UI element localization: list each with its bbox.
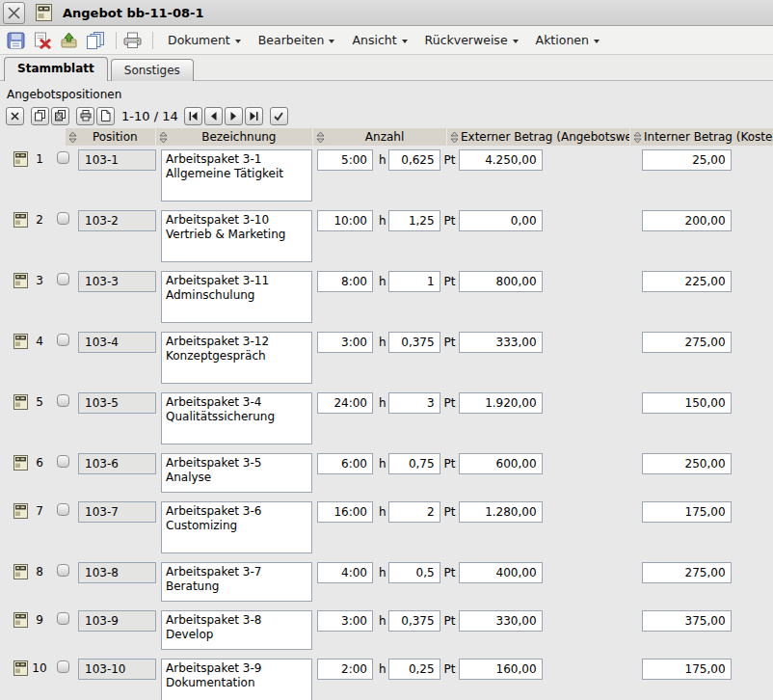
position-input[interactable] [78,392,156,414]
bezeichnung-textarea[interactable]: Arbeitspaket 3-5 Analyse [161,453,312,493]
copy-row-button[interactable] [31,107,49,125]
delete-row-button[interactable] [6,107,24,125]
anzahl-hours-input[interactable] [317,271,373,292]
menu-aktionen[interactable]: Aktionen [536,33,600,47]
interner-betrag-input[interactable] [642,332,732,353]
record-form-icon[interactable] [13,394,28,410]
tab-sonstiges[interactable]: Sonstiges [111,59,194,81]
interner-betrag-input[interactable] [642,271,732,292]
anzahl-hours-input[interactable] [317,562,373,583]
interner-betrag-input[interactable] [642,210,732,231]
interner-betrag-input[interactable] [642,453,732,474]
row-checkbox[interactable] [57,612,69,625]
position-input[interactable] [78,610,156,632]
bezeichnung-textarea[interactable]: Arbeitspaket 3-7 Beratung [161,562,312,602]
anzahl-points-input[interactable] [388,332,440,353]
record-form-icon[interactable] [13,455,28,471]
row-checkbox[interactable] [57,503,69,516]
position-input[interactable] [78,271,156,292]
record-form-icon[interactable] [13,612,28,628]
print-list-button[interactable] [76,107,94,125]
sort-icon[interactable] [159,131,168,144]
position-input[interactable] [78,562,156,583]
delete-document-icon[interactable] [33,32,52,49]
row-checkbox[interactable] [57,455,69,468]
anzahl-points-input[interactable] [388,210,440,231]
bezeichnung-textarea[interactable]: Arbeitspaket 3-10 Vertrieb & Marketing [161,210,312,262]
anzahl-hours-input[interactable] [317,332,373,353]
tab-stammblatt[interactable]: Stammblatt [4,57,108,81]
interner-betrag-input[interactable] [642,149,732,171]
row-checkbox[interactable] [57,660,69,673]
externer-betrag-input[interactable] [459,210,543,231]
externer-betrag-input[interactable] [459,149,543,171]
position-input[interactable] [78,332,156,353]
anzahl-points-input[interactable] [388,271,440,292]
interner-betrag-input[interactable] [642,659,732,680]
import-icon[interactable] [60,32,78,49]
nav-next-button[interactable] [225,107,243,125]
menu-ansicht[interactable]: Ansicht [352,33,407,47]
externer-betrag-input[interactable] [459,392,543,414]
anzahl-hours-input[interactable] [317,392,373,414]
position-input[interactable] [78,453,156,474]
externer-betrag-input[interactable] [459,453,543,474]
externer-betrag-input[interactable] [459,501,543,523]
record-form-icon[interactable] [13,212,28,228]
record-form-icon[interactable] [13,503,28,519]
sort-icon[interactable] [68,131,77,144]
position-input[interactable] [78,501,156,523]
row-checkbox[interactable] [57,212,69,225]
anzahl-hours-input[interactable] [317,453,373,474]
menu-rueckverweise[interactable]: Rückverweise [425,33,519,47]
nav-prev-button[interactable] [204,107,223,125]
interner-betrag-input[interactable] [642,562,732,583]
position-input[interactable] [78,149,156,171]
bezeichnung-textarea[interactable]: Arbeitspaket 3-4 Qualitätssicherung [161,392,312,444]
anzahl-hours-input[interactable] [317,610,373,632]
interner-betrag-input[interactable] [642,501,732,523]
bezeichnung-textarea[interactable]: Arbeitspaket 3-11 Adminschulung [161,271,312,323]
row-checkbox[interactable] [57,334,69,346]
print-icon[interactable] [122,32,143,49]
menu-bearbeiten[interactable]: Bearbeiten [258,33,335,47]
bezeichnung-textarea[interactable]: Arbeitspaket 3-6 Customizing [161,501,312,553]
sort-icon[interactable] [316,131,325,144]
record-form-icon[interactable] [13,273,28,288]
position-input[interactable] [78,659,156,680]
anzahl-points-input[interactable] [388,392,440,414]
interner-betrag-input[interactable] [642,610,732,632]
bezeichnung-textarea[interactable]: Arbeitspaket 3-12 Konzeptgespräch [161,332,312,384]
close-button[interactable] [3,2,25,24]
anzahl-hours-input[interactable] [317,659,373,680]
row-checkbox[interactable] [57,273,69,285]
externer-betrag-input[interactable] [459,271,543,292]
anzahl-points-input[interactable] [388,610,440,632]
menu-dokument[interactable]: Dokument [168,33,241,47]
row-checkbox[interactable] [57,151,69,164]
row-checkbox[interactable] [57,394,69,407]
confirm-button[interactable] [270,107,288,125]
save-icon[interactable] [7,32,25,49]
anzahl-points-input[interactable] [388,149,440,171]
new-row-button[interactable] [96,107,115,125]
anzahl-points-input[interactable] [388,453,440,474]
externer-betrag-input[interactable] [459,610,543,632]
anzahl-hours-input[interactable] [317,149,373,171]
bezeichnung-textarea[interactable]: Arbeitspaket 3-1 Allgemeine Tätigkeit [161,149,312,202]
record-form-icon[interactable] [13,334,28,349]
externer-betrag-input[interactable] [459,659,543,680]
nav-first-button[interactable] [184,107,202,125]
externer-betrag-input[interactable] [459,562,543,583]
row-checkbox[interactable] [57,564,69,577]
record-form-icon[interactable] [13,151,28,167]
sort-icon[interactable] [633,131,642,144]
anzahl-hours-input[interactable] [317,501,373,523]
copy-all-button[interactable] [51,107,69,125]
sort-icon[interactable] [450,131,459,144]
bezeichnung-textarea[interactable]: Arbeitspaket 3-8 Develop [161,610,312,650]
anzahl-hours-input[interactable] [317,210,373,231]
record-form-icon[interactable] [13,564,28,579]
anzahl-points-input[interactable] [388,659,440,680]
anzahl-points-input[interactable] [388,562,440,583]
